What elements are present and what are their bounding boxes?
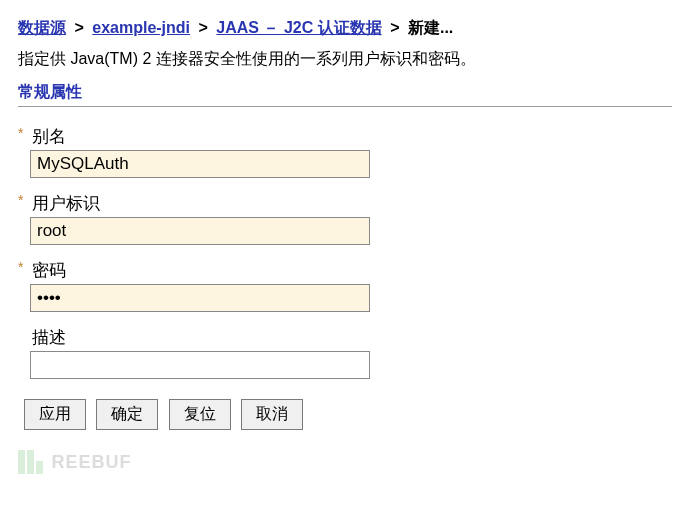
cancel-button[interactable]: 取消	[241, 399, 303, 430]
breadcrumb: 数据源 > example-jndi > JAAS － J2C 认证数据 > 新…	[18, 18, 672, 39]
required-star-icon: *	[18, 259, 28, 275]
input-password[interactable]	[30, 284, 370, 312]
watermark-logo: REEBUF	[18, 450, 672, 480]
required-star-icon: *	[18, 192, 28, 208]
field-userid: * 用户标识	[18, 192, 672, 245]
breadcrumb-link-datasource[interactable]: 数据源	[18, 19, 66, 36]
breadcrumb-link-jndi[interactable]: example-jndi	[92, 19, 190, 36]
field-alias: * 别名	[18, 125, 672, 178]
page-description: 指定供 Java(TM) 2 连接器安全性使用的一系列用户标识和密码。	[18, 49, 672, 70]
no-star	[18, 326, 28, 342]
field-description: 描述	[18, 326, 672, 379]
button-row: 应用 确定 复位 取消	[24, 399, 672, 430]
breadcrumb-sep: >	[390, 19, 399, 36]
label-userid: 用户标识	[32, 192, 100, 215]
field-password: * 密码	[18, 259, 672, 312]
input-alias[interactable]	[30, 150, 370, 178]
input-description[interactable]	[30, 351, 370, 379]
watermark-text: REEBUF	[51, 452, 131, 472]
input-userid[interactable]	[30, 217, 370, 245]
label-password: 密码	[32, 259, 66, 282]
breadcrumb-current: 新建...	[408, 19, 453, 36]
breadcrumb-sep: >	[199, 19, 208, 36]
label-description: 描述	[32, 326, 66, 349]
breadcrumb-link-jaas[interactable]: JAAS － J2C 认证数据	[216, 19, 381, 36]
required-star-icon: *	[18, 125, 28, 141]
ok-button[interactable]: 确定	[96, 399, 158, 430]
reset-button[interactable]: 复位	[169, 399, 231, 430]
breadcrumb-sep: >	[74, 19, 83, 36]
label-alias: 别名	[32, 125, 66, 148]
section-title-general: 常规属性	[18, 82, 672, 107]
apply-button[interactable]: 应用	[24, 399, 86, 430]
